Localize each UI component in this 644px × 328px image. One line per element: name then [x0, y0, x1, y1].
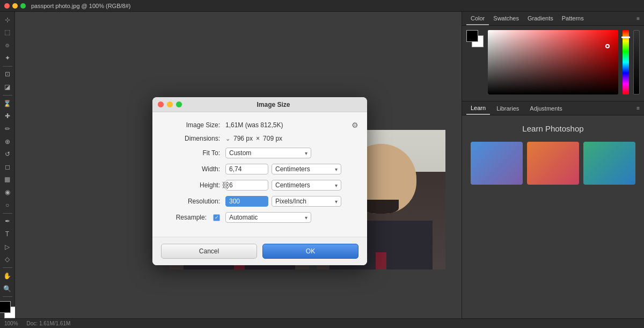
window-close-btn[interactable]: [4, 3, 10, 9]
tab-adjustments[interactable]: Adjustments: [525, 101, 567, 115]
link-chain-icon: ⛓: [221, 181, 230, 189]
color-panel-tabs: Color Swatches Gradients Patterns ≡: [462, 12, 644, 26]
dialog-close-btn[interactable]: [158, 101, 164, 107]
hue-slider-strip[interactable]: [623, 30, 629, 94]
learn-cards: [471, 142, 635, 185]
settings-gear-icon[interactable]: ⚙: [352, 121, 358, 129]
height-unit-select[interactable]: Centimeters ▾: [272, 180, 341, 191]
ok-button[interactable]: OK: [262, 244, 358, 259]
tool-separator-4: [3, 267, 12, 268]
shape-tool[interactable]: ◇: [2, 253, 13, 265]
resample-select[interactable]: Automatic ▾: [225, 212, 311, 223]
resolution-input[interactable]: [225, 196, 268, 207]
learn-panel-menu-icon[interactable]: ≡: [636, 105, 640, 111]
tab-learn[interactable]: Learn: [466, 101, 490, 115]
panel-fg-bg-swatches[interactable]: [466, 30, 484, 47]
learn-panel: Learn Libraries Adjustments ≡ Learn Phot…: [462, 101, 644, 318]
color-panel-menu-icon[interactable]: ≡: [636, 16, 640, 21]
width-label: Width:: [161, 165, 225, 173]
hue-slider-handle[interactable]: [621, 37, 630, 38]
left-toolbar: ⊹ ⬚ ⌾ ✦ ⊡ ◪ ⌛ ✚ ✏ ⊕ ↺ ◻ ▦ ◉ ○ ✒ T ▷ ◇ ✋ …: [0, 12, 15, 318]
resolution-input-group: Pixels/Inch ▾: [225, 196, 358, 207]
dimensions-arrow-icon: ⌄: [225, 135, 230, 142]
fit-to-select[interactable]: Custom ▾: [225, 148, 311, 158]
height-input[interactable]: [225, 180, 268, 191]
magic-wand-tool[interactable]: ✦: [2, 52, 13, 64]
cancel-button[interactable]: Cancel: [161, 244, 257, 259]
tab-gradients[interactable]: Gradients: [523, 12, 558, 25]
gradient-tool[interactable]: ▦: [2, 174, 13, 186]
resample-value: Automatic: [229, 214, 258, 221]
height-unit-chevron-icon: ▾: [335, 183, 338, 188]
hand-tool[interactable]: ✋: [2, 270, 13, 282]
tab-color[interactable]: Color: [466, 12, 489, 25]
move-tool[interactable]: ⊹: [2, 14, 13, 26]
crop-tool[interactable]: ⊡: [2, 69, 13, 81]
image-size-label: Image Size:: [161, 121, 225, 129]
pen-tool[interactable]: ✒: [2, 216, 13, 228]
tab-swatches[interactable]: Swatches: [489, 12, 523, 25]
window-maximize-btn[interactable]: [20, 3, 26, 9]
color-gradient-picker[interactable]: [488, 30, 618, 94]
slice-tool[interactable]: ◪: [2, 81, 13, 93]
resolution-unit-chevron-icon: ▾: [335, 199, 338, 205]
image-size-row: Image Size: 1,61M (was 812,5K) ⚙: [161, 121, 358, 129]
right-panel: Color Swatches Gradients Patterns ≡: [462, 12, 644, 318]
dialog-title: Image Size: [185, 101, 362, 108]
dialog-maximize-btn[interactable]: [176, 101, 182, 107]
learn-card-1[interactable]: [471, 142, 523, 185]
learn-panel-title: Learn Photoshop: [471, 124, 635, 133]
learn-card-3[interactable]: [583, 142, 635, 185]
alpha-slider-strip[interactable]: [633, 30, 640, 94]
resolution-unit-value: Pixels/Inch: [275, 198, 306, 205]
eyedropper-tool[interactable]: ⌛: [2, 98, 13, 110]
heal-tool[interactable]: ✚: [2, 110, 13, 122]
resample-label-area: Resample: ✓: [161, 214, 225, 221]
tab-patterns[interactable]: Patterns: [558, 12, 588, 25]
canvas-area: Image Size Image Size: 1,61M (was 812,5K…: [15, 12, 462, 318]
tool-separator-2: [3, 95, 12, 96]
width-unit-select[interactable]: Centimeters ▾: [272, 164, 341, 174]
image-size-dialog: Image Size Image Size: 1,61M (was 812,5K…: [152, 97, 367, 265]
fg-color-swatch[interactable]: [0, 301, 11, 313]
path-select-tool[interactable]: ▷: [2, 241, 13, 253]
height-input-group: Centimeters ▾: [225, 180, 358, 191]
resolution-unit-select[interactable]: Pixels/Inch ▾: [272, 196, 341, 207]
learn-panel-content: Learn Photoshop: [462, 115, 644, 318]
dodge-tool[interactable]: ○: [2, 199, 13, 211]
image-size-value: 1,61M (was 812,5K): [225, 121, 283, 129]
dimensions-row: Dimensions: ⌄ 796 px × 709 px: [161, 135, 358, 142]
eraser-tool[interactable]: ◻: [2, 161, 13, 173]
history-brush-tool[interactable]: ↺: [2, 148, 13, 160]
window-minimize-btn[interactable]: [12, 3, 18, 9]
tool-separator-5: [3, 296, 12, 297]
width-input[interactable]: [225, 164, 268, 174]
blur-tool[interactable]: ◉: [2, 186, 13, 198]
lasso-tool[interactable]: ⌾: [2, 39, 13, 51]
height-row: Height: Centimeters ▾: [161, 180, 358, 191]
dimensions-x-separator: ×: [256, 135, 260, 142]
resample-checkbox[interactable]: ✓: [213, 214, 220, 221]
brightness-gradient: [488, 30, 618, 94]
zoom-tool[interactable]: 🔍: [2, 283, 13, 295]
height-unit-value: Centimeters: [275, 181, 310, 189]
clone-tool[interactable]: ⊕: [2, 136, 13, 148]
panel-fg-swatch[interactable]: [466, 30, 478, 42]
fg-bg-color-swatches[interactable]: [0, 301, 16, 318]
fit-to-label: Fit To:: [161, 149, 225, 157]
learn-card-2[interactable]: [527, 142, 579, 185]
width-height-section: Width: Centimeters ▾ ⛓ Heigh: [161, 164, 358, 191]
brush-tool[interactable]: ✏: [2, 123, 13, 135]
dialog-footer: Cancel OK: [152, 237, 367, 265]
tab-libraries[interactable]: Libraries: [492, 101, 523, 115]
height-label: Height:: [161, 181, 225, 189]
portrait-beard-2: [363, 200, 399, 214]
resolution-label: Resolution:: [161, 198, 225, 205]
resample-row: Resample: ✓ Automatic ▾: [161, 212, 358, 223]
select-rect-tool[interactable]: ⬚: [2, 27, 13, 39]
top-bar: passport photo.jpg @ 100% (RGB/8#): [0, 0, 644, 12]
type-tool[interactable]: T: [2, 228, 13, 240]
resolution-row: Resolution: Pixels/Inch ▾: [161, 196, 358, 207]
doc-info: Doc: 1.61M/1.61M: [27, 320, 71, 326]
dialog-minimize-btn[interactable]: [167, 101, 173, 107]
